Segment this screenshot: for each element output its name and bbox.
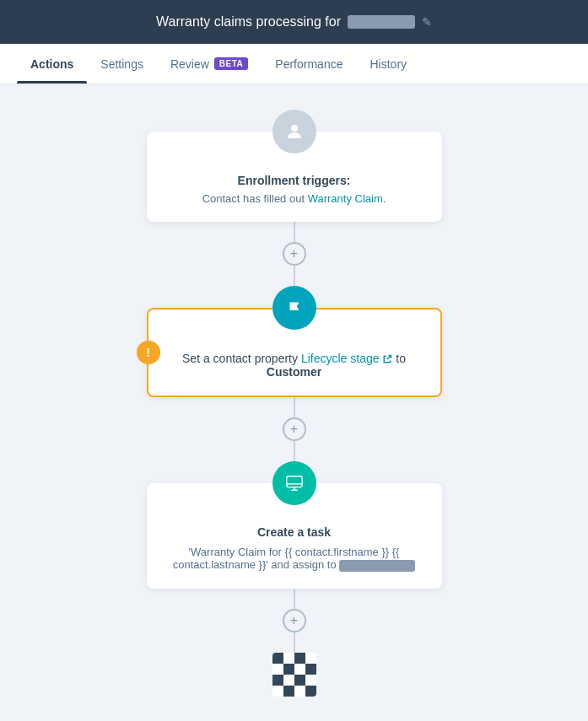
add-step-button-1[interactable]: + <box>283 242 306 266</box>
enrollment-title: Enrollment triggers: <box>167 174 422 187</box>
end-icon <box>272 653 316 697</box>
enrollment-desc-before: Contact has filled out <box>202 192 308 205</box>
beta-badge: BETA <box>214 57 248 70</box>
header-title-text: Warranty claims processing for <box>156 14 341 30</box>
add-step-button-3[interactable]: + <box>283 609 306 632</box>
person-icon <box>284 121 305 142</box>
enrollment-flow-item: Enrollment triggers: Contact has filled … <box>147 110 442 222</box>
enrollment-icon-circle <box>272 110 316 153</box>
header-title-container: Warranty claims processing for ✎ <box>156 14 432 30</box>
edit-icon[interactable]: ✎ <box>422 15 432 29</box>
create-task-desc: 'Warranty Claim for {{ contact.firstname… <box>167 546 422 572</box>
tab-actions[interactable]: Actions <box>17 44 87 83</box>
connector-line-5 <box>294 589 295 609</box>
tab-review[interactable]: Review BETA <box>157 44 262 83</box>
warning-badge: ! <box>137 341 160 364</box>
app-header: Warranty claims processing for ✎ <box>0 0 588 44</box>
enrollment-desc: Contact has filled out Warranty Claim. <box>167 192 422 205</box>
flow-canvas: Enrollment triggers: Contact has filled … <box>0 84 588 721</box>
tab-performance[interactable]: Performance <box>262 44 356 83</box>
connector-line-3 <box>294 397 295 417</box>
tab-history[interactable]: History <box>356 44 420 83</box>
connector-line-4 <box>294 441 295 461</box>
connector-line-6 <box>294 632 295 653</box>
set-property-icon-circle <box>272 286 316 330</box>
connector-1: + <box>283 222 306 286</box>
header-title-blurred <box>348 15 415 29</box>
create-task-flow-item: Create a task 'Warranty Claim for {{ con… <box>147 461 442 589</box>
add-step-button-2[interactable]: + <box>283 417 306 441</box>
main-nav: Actions Settings Review BETA Performance… <box>0 44 588 84</box>
set-property-text-before: Set a contact property <box>182 352 301 365</box>
assign-blurred <box>339 560 415 572</box>
set-property-flow-item: ! Set a contact property Lifecycle stage… <box>147 286 442 397</box>
svg-rect-1 <box>286 476 301 487</box>
create-task-icon-circle <box>272 461 316 505</box>
connector-line-2 <box>294 266 295 286</box>
flag-icon <box>285 299 304 317</box>
lifecycle-stage-link[interactable]: Lifecycle stage <box>301 352 393 365</box>
tab-settings[interactable]: Settings <box>87 44 157 83</box>
enrollment-desc-after: . <box>383 192 386 205</box>
set-property-text: Set a contact property Lifecycle stage t… <box>169 352 420 379</box>
monitor-icon <box>285 474 304 492</box>
warranty-claim-link[interactable]: Warranty Claim <box>308 192 383 205</box>
set-property-text-after: to <box>392 352 406 365</box>
create-task-title: Create a task <box>167 525 422 539</box>
external-link-icon <box>382 354 392 364</box>
set-property-value: Customer <box>267 365 321 379</box>
connector-line-1 <box>294 222 295 242</box>
connector-2: + <box>283 397 306 461</box>
connector-3: + <box>283 589 306 653</box>
svg-point-0 <box>291 125 298 132</box>
